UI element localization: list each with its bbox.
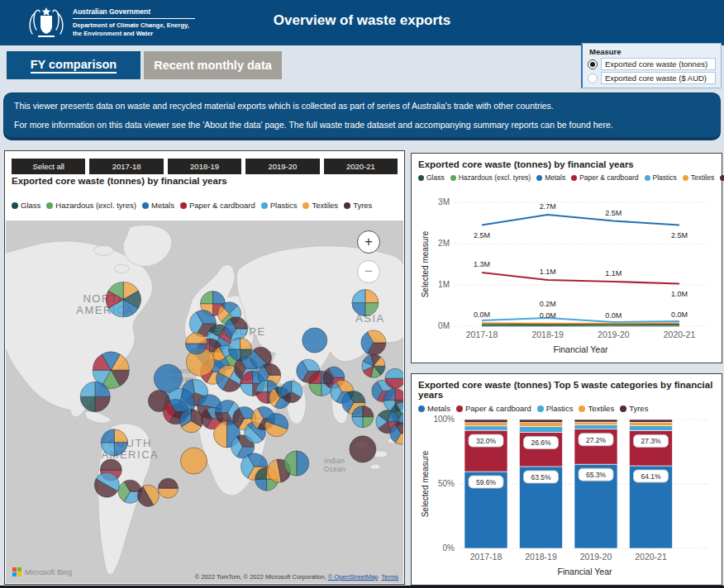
legend-label: Metals <box>545 173 565 182</box>
legend-item-glass[interactable]: Glass <box>12 201 40 210</box>
legend-item-paper-cardboard[interactable]: Paper & cardboard <box>571 173 638 182</box>
bar-segment-plastics[interactable] <box>630 425 673 430</box>
line-series-textiles[interactable] <box>482 323 679 324</box>
legend-item-plastics[interactable]: Plastics <box>261 201 298 210</box>
legend-item-glass[interactable]: Glass <box>418 173 445 182</box>
map-pie-marker[interactable] <box>101 429 127 456</box>
map-label: IndianOcean <box>324 457 346 473</box>
map-pie-marker[interactable] <box>284 451 309 476</box>
legend-item-textiles[interactable]: Textiles <box>579 404 614 413</box>
legend-label: Plastics <box>653 173 677 182</box>
map-pie-marker[interactable] <box>185 333 207 354</box>
header-bar: Australian Government Department of Clim… <box>0 0 724 45</box>
bar-segment-tyres[interactable] <box>464 420 507 423</box>
legend-item-metals[interactable]: Metals <box>142 201 174 210</box>
map-pie-marker[interactable] <box>352 406 374 428</box>
measure-option-tonnes[interactable]: Exported core waste (tonnes) <box>588 58 716 70</box>
map-pie-marker[interactable] <box>80 382 110 411</box>
legend-item-textiles[interactable]: Textiles <box>683 173 714 182</box>
map-pie-marker[interactable] <box>352 290 379 316</box>
legend-item-tyres[interactable]: Tyres <box>620 404 648 413</box>
map-pie-marker[interactable] <box>281 381 302 402</box>
openstreetmap-link[interactable]: © OpenStreetMap <box>328 573 379 581</box>
year-button-select-all[interactable]: Select all <box>12 159 85 174</box>
legend-dot-icon <box>571 175 577 181</box>
tab-label: Recent monthly data <box>154 59 272 72</box>
map-pie-marker[interactable] <box>225 317 248 340</box>
bar-segment-tyres[interactable] <box>574 420 617 422</box>
legend-item-metals[interactable]: Metals <box>536 173 565 182</box>
map-pie-marker[interactable] <box>265 414 288 437</box>
map-pie-marker[interactable] <box>158 478 178 498</box>
radio-selected-icon[interactable] <box>588 59 598 69</box>
year-button-2019-20[interactable]: 2019-20 <box>245 159 319 174</box>
minus-icon: − <box>364 263 373 280</box>
map-zoom-out-button[interactable]: − <box>357 260 380 283</box>
measure-option-aud[interactable]: Exported core waste ($ AUD) <box>588 72 716 84</box>
page-title: Overview of waste exports <box>0 12 724 29</box>
bar-segment-textiles[interactable] <box>630 422 673 425</box>
world-map[interactable]: NORTHAMERICASOUTHAMERICAEUROPEAFRICAASIA… <box>6 220 403 583</box>
map-pie-marker[interactable] <box>302 328 327 353</box>
bar-data-label: 65.3% <box>579 468 613 481</box>
x-tick-label: 2020-21 <box>635 552 667 562</box>
data-label: 1.1M <box>605 269 622 277</box>
year-button-2018-19[interactable]: 2018-19 <box>168 159 241 174</box>
legend-item-hazardous-excl-tyres-[interactable]: Hazardous (excl. tyres) <box>46 201 136 210</box>
year-button-2020-21[interactable]: 2020-21 <box>324 159 398 174</box>
map-pie-marker[interactable] <box>350 436 376 462</box>
stacked-bar-chart[interactable]: 0%50%100%59.6%32.0%2017-1863.5%26.6%2018… <box>418 413 717 581</box>
legend-item-paper-cardboard[interactable]: Paper & cardboard <box>456 404 531 413</box>
x-axis-title: Financial Year <box>554 344 608 354</box>
legend-label: Metals <box>151 201 174 210</box>
year-button-2017-18[interactable]: 2017-18 <box>89 159 163 174</box>
measure-option-label[interactable]: Exported core waste (tonnes) <box>601 58 716 70</box>
bar-data-label: 59.6% <box>469 476 503 488</box>
map-zoom-in-button[interactable]: + <box>357 230 380 254</box>
tab-fy-comparison[interactable]: FY comparison <box>7 51 141 79</box>
line-series-plastics[interactable] <box>482 318 679 322</box>
map-legend: GlassHazardous (excl. tyres)MetalsPaper … <box>5 197 384 210</box>
map-pie-marker[interactable] <box>137 485 159 506</box>
map-pie-marker[interactable] <box>180 448 207 474</box>
department-name-line2: the Environment and Water <box>73 30 153 37</box>
line-series-metals[interactable] <box>482 215 679 225</box>
tab-label: FY comparison <box>31 58 117 74</box>
line-series-hazardous-excl-tyres-[interactable] <box>482 325 679 326</box>
legend-item-plastics[interactable]: Plastics <box>645 173 677 182</box>
map-pie-marker[interactable] <box>106 282 141 317</box>
legend-item-hazardous-excl-tyres-[interactable]: Hazardous (excl. tyres) <box>450 173 531 182</box>
svg-text:27.3%: 27.3% <box>641 437 661 445</box>
legend-item-metals[interactable]: Metals <box>418 404 450 413</box>
terms-link[interactable]: Terms <box>382 573 398 581</box>
line-series-paper-cardboard[interactable] <box>482 273 679 284</box>
map-pie-marker[interactable] <box>94 472 119 497</box>
bar-segment-textiles[interactable] <box>464 423 507 426</box>
bar-segment-plastics[interactable] <box>520 426 563 432</box>
measure-option-label[interactable]: Exported core waste ($ AUD) <box>601 72 716 84</box>
bar-segment-plastics[interactable] <box>574 425 617 429</box>
legend-item-plastics[interactable]: Plastics <box>537 404 574 413</box>
bar-segment-textiles[interactable] <box>574 422 617 425</box>
legend-label: Textiles <box>312 201 338 210</box>
bar-segment-tyres[interactable] <box>520 420 563 423</box>
map-pie-marker[interactable] <box>362 354 385 377</box>
legend-item-paper-cardboard[interactable]: Paper & cardboard <box>180 201 255 210</box>
map-pie-marker[interactable] <box>361 330 386 355</box>
bar-segment-plastics[interactable] <box>464 426 507 430</box>
legend-item-textiles[interactable]: Textiles <box>302 201 338 210</box>
legend-dot-icon <box>302 202 309 209</box>
line-chart[interactable]: 0M1M2M3M0.0M0.0M0.0M0.0M0.2M1.3M1.1M1.1M… <box>418 194 717 359</box>
map-pie-marker[interactable] <box>179 410 202 433</box>
legend-item-tyres[interactable]: Tyres <box>344 201 372 210</box>
bar-segment-textiles[interactable] <box>520 423 563 427</box>
line-chart-panel: Exported core waste (tonnes) by financia… <box>411 153 722 363</box>
map-pie-marker[interactable] <box>385 368 403 388</box>
svg-text:27.2%: 27.2% <box>586 436 607 444</box>
bar-segment-tyres[interactable] <box>630 420 673 422</box>
legend-dot-icon <box>142 202 149 209</box>
microsoft-logo-icon <box>12 567 21 576</box>
tab-recent-monthly-data[interactable]: Recent monthly data <box>144 51 282 79</box>
legend-item-tyres[interactable]: Tyres <box>720 173 724 182</box>
radio-unselected-icon[interactable] <box>588 74 598 83</box>
